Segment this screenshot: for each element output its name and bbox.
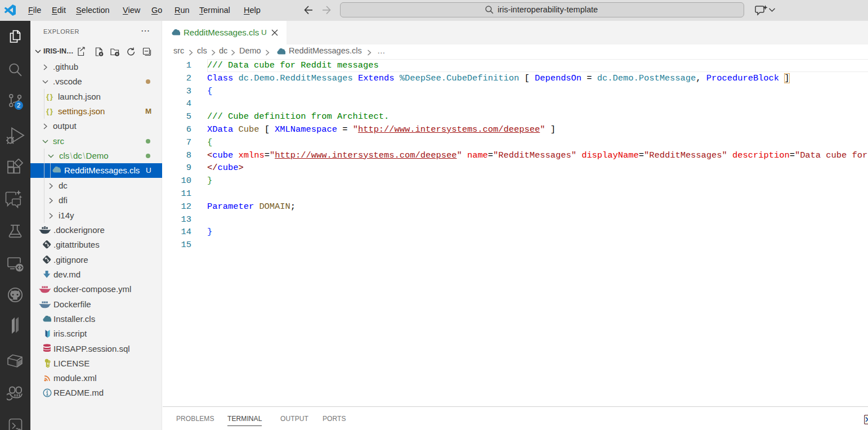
svg-text:2: 2 <box>17 102 20 109</box>
